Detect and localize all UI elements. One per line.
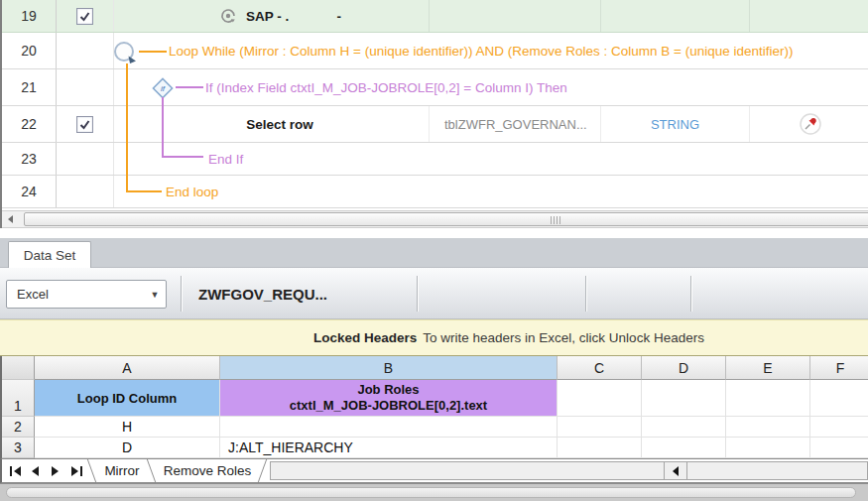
last-sheet-button[interactable] <box>71 459 82 482</box>
data-source-value: Excel <box>7 287 144 302</box>
sheet-scroll-left-button[interactable] <box>664 462 687 479</box>
dataset-tab-bar: Data Set <box>0 238 868 268</box>
data-source-select[interactable]: Excel ▼ <box>6 280 167 309</box>
cell-a1[interactable]: Loop ID Column <box>35 380 220 417</box>
row-number: 20 <box>2 33 57 68</box>
cell-f3[interactable] <box>810 438 868 458</box>
workbook-name-label: ZWFGOV_REQU... <box>198 268 327 319</box>
left-arrow-icon <box>8 215 13 223</box>
cell-d3[interactable] <box>642 438 726 458</box>
column-header-f[interactable]: F <box>810 356 868 380</box>
banner-message: To write headers in Excel, click Unlock … <box>417 330 704 345</box>
row-number: 19 <box>2 0 57 32</box>
step-label: Select row <box>131 106 429 142</box>
row-19-checkbox[interactable] <box>76 8 93 25</box>
bottom-scrollbar-thumb[interactable] <box>6 487 856 498</box>
row-header-1[interactable]: 1 <box>2 380 35 417</box>
if-connector-line <box>176 86 203 88</box>
row-number: 24 <box>2 176 57 207</box>
cell-b2[interactable] <box>220 417 558 438</box>
script-row-19[interactable]: 19 SAP - . - <box>2 0 868 33</box>
application-window: 19 SAP - . - 20 <box>0 0 868 501</box>
toolbar-separator <box>690 276 691 312</box>
step-label-suffix: - <box>336 9 341 24</box>
cell-b3[interactable]: J:ALT_HIERARCHY <box>220 438 558 458</box>
previous-sheet-button[interactable] <box>32 459 39 482</box>
circular-arrow-record-icon <box>218 6 238 26</box>
column-header-a[interactable]: A <box>35 356 220 380</box>
toolbar-separator <box>585 276 586 312</box>
cell-e2[interactable] <box>726 417 810 438</box>
check-icon <box>78 10 91 23</box>
gridline <box>749 0 750 32</box>
row-number: 23 <box>2 143 57 175</box>
cell-b1-line2: ctxtI_M_JOB-JOBROLE[0,2].text <box>290 398 487 414</box>
script-row-20[interactable]: 20 Loop While (Mirror : Column H = (uniq… <box>2 33 868 69</box>
column-header-e[interactable]: E <box>726 356 810 380</box>
first-sheet-button[interactable] <box>10 459 21 482</box>
chevron-down-icon: ▼ <box>144 290 166 300</box>
loop-while-statement[interactable]: Loop While (Mirror : Column H = (unique … <box>169 33 794 69</box>
cell-a3[interactable]: D <box>35 438 220 458</box>
data-type-value[interactable]: STRING <box>600 106 749 142</box>
end-loop-statement[interactable]: End loop <box>166 176 218 208</box>
cell-c2[interactable] <box>558 417 642 438</box>
end-if-statement[interactable]: End If <box>208 143 243 176</box>
if-diamond-icon[interactable]: if <box>152 77 174 99</box>
cell-f2[interactable] <box>810 417 868 438</box>
gridline <box>600 0 601 32</box>
bottom-scrollbar-area[interactable] <box>0 483 868 501</box>
row-number: 22 <box>2 106 57 142</box>
banner-title: Locked Headers <box>313 330 417 345</box>
cell-a2[interactable]: H <box>35 417 220 438</box>
scrollbar-thumb[interactable] <box>24 212 868 226</box>
column-header-b[interactable]: B <box>220 356 558 380</box>
next-arrow-icon <box>52 466 59 476</box>
toolbar-separator <box>181 276 182 312</box>
prev-arrow-icon <box>32 466 39 476</box>
if-statement[interactable]: If (Index Field ctxtI_M_JOB-JOBROLE[0,2]… <box>205 69 567 106</box>
row-number: 21 <box>2 69 57 105</box>
cell-f1[interactable] <box>810 380 868 417</box>
left-arrow-icon <box>673 466 679 476</box>
if-connector-line <box>162 97 164 158</box>
locked-headers-banner: Locked Headers To write headers in Excel… <box>0 319 868 356</box>
loop-connector-line <box>139 51 167 53</box>
if-connector-line <box>162 156 203 158</box>
tab-divider <box>258 459 267 482</box>
next-sheet-button[interactable] <box>52 459 59 482</box>
sheet-tab-remove-roles[interactable]: Remove Roles <box>156 459 259 482</box>
check-icon <box>78 118 91 131</box>
select-all-corner[interactable] <box>2 356 35 380</box>
cell-e3[interactable] <box>726 438 810 458</box>
row-22-checkbox[interactable] <box>76 116 93 133</box>
scroll-left-button[interactable] <box>2 211 19 227</box>
column-header-d[interactable]: D <box>642 356 726 380</box>
dataset-toolbar: Excel ▼ ZWFGOV_REQU... <box>0 268 868 319</box>
toolbar-separator <box>417 276 418 312</box>
cell-b1-line1: Job Roles <box>357 382 419 398</box>
script-horizontal-scrollbar[interactable] <box>2 210 868 228</box>
row-header-3[interactable]: 3 <box>2 438 35 458</box>
sheet-horizontal-scrollbar[interactable] <box>270 461 868 480</box>
scrollbar-grip <box>551 216 560 224</box>
tab-data-set[interactable]: Data Set <box>8 241 91 268</box>
cell-d2[interactable] <box>642 417 726 438</box>
loop-connector-line <box>126 63 128 192</box>
script-row-22[interactable]: 22 Select row tblZWFR_GOVERNAN... STRING <box>2 106 868 143</box>
cell-e1[interactable] <box>726 380 810 417</box>
script-row-23[interactable]: 23 End If <box>2 143 868 176</box>
row-header-2[interactable]: 2 <box>2 417 35 438</box>
script-row-21[interactable]: 21 if If (Index Field ctxtI_M_JOB-JOBROL… <box>2 69 868 106</box>
cell-c3[interactable] <box>558 438 642 458</box>
cell-b1[interactable]: Job Roles ctxtI_M_JOB-JOBROLE[0,2].text <box>220 380 558 417</box>
sheet-tab-strip: Mirror Remove Roles <box>0 458 868 483</box>
cell-c1[interactable] <box>558 380 642 417</box>
mapped-field-value[interactable]: tblZWFR_GOVERNAN... <box>429 106 600 142</box>
sheet-tab-mirror[interactable]: Mirror <box>95 459 149 482</box>
cell-d1[interactable] <box>642 380 726 417</box>
red-pushpin-icon[interactable] <box>799 112 822 136</box>
step-label: SAP - . <box>246 9 289 24</box>
column-header-c[interactable]: C <box>558 356 642 380</box>
gridline <box>429 0 430 32</box>
